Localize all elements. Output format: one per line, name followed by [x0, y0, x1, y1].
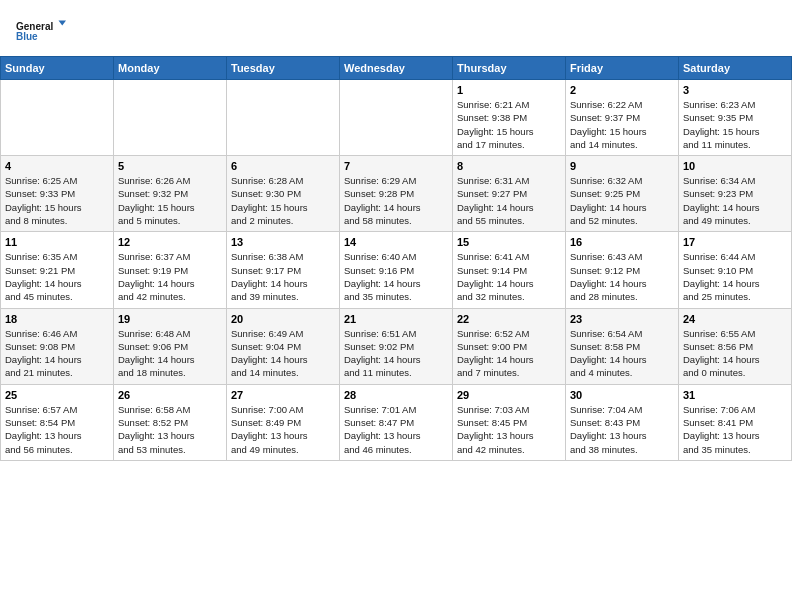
day-number: 3	[683, 84, 787, 96]
day-number: 21	[344, 313, 448, 325]
day-number: 8	[457, 160, 561, 172]
day-info: Sunrise: 6:31 AMSunset: 9:27 PMDaylight:…	[457, 174, 561, 227]
day-number: 18	[5, 313, 109, 325]
day-info: Sunrise: 6:51 AMSunset: 9:02 PMDaylight:…	[344, 327, 448, 380]
day-number: 28	[344, 389, 448, 401]
calendar-cell: 21Sunrise: 6:51 AMSunset: 9:02 PMDayligh…	[340, 308, 453, 384]
calendar-cell: 6Sunrise: 6:28 AMSunset: 9:30 PMDaylight…	[227, 156, 340, 232]
calendar-cell: 24Sunrise: 6:55 AMSunset: 8:56 PMDayligh…	[679, 308, 792, 384]
day-of-week-header: Wednesday	[340, 57, 453, 80]
calendar-cell: 18Sunrise: 6:46 AMSunset: 9:08 PMDayligh…	[1, 308, 114, 384]
calendar-cell: 7Sunrise: 6:29 AMSunset: 9:28 PMDaylight…	[340, 156, 453, 232]
calendar-cell	[340, 80, 453, 156]
day-info: Sunrise: 7:04 AMSunset: 8:43 PMDaylight:…	[570, 403, 674, 456]
day-info: Sunrise: 6:26 AMSunset: 9:32 PMDaylight:…	[118, 174, 222, 227]
day-info: Sunrise: 6:55 AMSunset: 8:56 PMDaylight:…	[683, 327, 787, 380]
calendar-cell: 15Sunrise: 6:41 AMSunset: 9:14 PMDayligh…	[453, 232, 566, 308]
calendar-cell: 29Sunrise: 7:03 AMSunset: 8:45 PMDayligh…	[453, 384, 566, 460]
day-number: 19	[118, 313, 222, 325]
calendar-cell: 22Sunrise: 6:52 AMSunset: 9:00 PMDayligh…	[453, 308, 566, 384]
calendar-cell: 2Sunrise: 6:22 AMSunset: 9:37 PMDaylight…	[566, 80, 679, 156]
day-number: 14	[344, 236, 448, 248]
day-number: 10	[683, 160, 787, 172]
day-number: 7	[344, 160, 448, 172]
svg-marker-2	[59, 20, 67, 25]
day-info: Sunrise: 6:23 AMSunset: 9:35 PMDaylight:…	[683, 98, 787, 151]
day-info: Sunrise: 7:00 AMSunset: 8:49 PMDaylight:…	[231, 403, 335, 456]
day-info: Sunrise: 7:03 AMSunset: 8:45 PMDaylight:…	[457, 403, 561, 456]
day-number: 31	[683, 389, 787, 401]
calendar-cell	[1, 80, 114, 156]
day-number: 12	[118, 236, 222, 248]
calendar-table: SundayMondayTuesdayWednesdayThursdayFrid…	[0, 56, 792, 461]
day-info: Sunrise: 6:41 AMSunset: 9:14 PMDaylight:…	[457, 250, 561, 303]
day-info: Sunrise: 6:22 AMSunset: 9:37 PMDaylight:…	[570, 98, 674, 151]
day-number: 1	[457, 84, 561, 96]
day-info: Sunrise: 6:35 AMSunset: 9:21 PMDaylight:…	[5, 250, 109, 303]
day-info: Sunrise: 6:57 AMSunset: 8:54 PMDaylight:…	[5, 403, 109, 456]
calendar-cell: 3Sunrise: 6:23 AMSunset: 9:35 PMDaylight…	[679, 80, 792, 156]
day-number: 23	[570, 313, 674, 325]
day-number: 22	[457, 313, 561, 325]
logo: General Blue	[16, 12, 66, 50]
day-info: Sunrise: 6:44 AMSunset: 9:10 PMDaylight:…	[683, 250, 787, 303]
calendar-cell: 1Sunrise: 6:21 AMSunset: 9:38 PMDaylight…	[453, 80, 566, 156]
day-info: Sunrise: 6:34 AMSunset: 9:23 PMDaylight:…	[683, 174, 787, 227]
day-info: Sunrise: 6:40 AMSunset: 9:16 PMDaylight:…	[344, 250, 448, 303]
day-number: 30	[570, 389, 674, 401]
day-info: Sunrise: 6:28 AMSunset: 9:30 PMDaylight:…	[231, 174, 335, 227]
calendar-cell: 27Sunrise: 7:00 AMSunset: 8:49 PMDayligh…	[227, 384, 340, 460]
day-number: 13	[231, 236, 335, 248]
calendar-cell	[227, 80, 340, 156]
calendar-cell: 28Sunrise: 7:01 AMSunset: 8:47 PMDayligh…	[340, 384, 453, 460]
day-of-week-header: Tuesday	[227, 57, 340, 80]
day-number: 4	[5, 160, 109, 172]
calendar-cell: 30Sunrise: 7:04 AMSunset: 8:43 PMDayligh…	[566, 384, 679, 460]
calendar-cell	[114, 80, 227, 156]
day-info: Sunrise: 6:48 AMSunset: 9:06 PMDaylight:…	[118, 327, 222, 380]
svg-text:General: General	[16, 21, 53, 32]
day-number: 5	[118, 160, 222, 172]
day-number: 25	[5, 389, 109, 401]
day-info: Sunrise: 6:43 AMSunset: 9:12 PMDaylight:…	[570, 250, 674, 303]
day-info: Sunrise: 6:32 AMSunset: 9:25 PMDaylight:…	[570, 174, 674, 227]
day-number: 16	[570, 236, 674, 248]
day-info: Sunrise: 6:38 AMSunset: 9:17 PMDaylight:…	[231, 250, 335, 303]
day-number: 17	[683, 236, 787, 248]
day-info: Sunrise: 6:37 AMSunset: 9:19 PMDaylight:…	[118, 250, 222, 303]
header: General Blue	[0, 0, 792, 56]
day-info: Sunrise: 6:49 AMSunset: 9:04 PMDaylight:…	[231, 327, 335, 380]
day-number: 24	[683, 313, 787, 325]
day-of-week-header: Friday	[566, 57, 679, 80]
day-info: Sunrise: 6:58 AMSunset: 8:52 PMDaylight:…	[118, 403, 222, 456]
calendar-cell: 13Sunrise: 6:38 AMSunset: 9:17 PMDayligh…	[227, 232, 340, 308]
calendar-cell: 5Sunrise: 6:26 AMSunset: 9:32 PMDaylight…	[114, 156, 227, 232]
day-info: Sunrise: 7:06 AMSunset: 8:41 PMDaylight:…	[683, 403, 787, 456]
day-number: 29	[457, 389, 561, 401]
calendar-cell: 25Sunrise: 6:57 AMSunset: 8:54 PMDayligh…	[1, 384, 114, 460]
day-info: Sunrise: 6:25 AMSunset: 9:33 PMDaylight:…	[5, 174, 109, 227]
day-number: 6	[231, 160, 335, 172]
calendar-cell: 16Sunrise: 6:43 AMSunset: 9:12 PMDayligh…	[566, 232, 679, 308]
calendar-cell: 9Sunrise: 6:32 AMSunset: 9:25 PMDaylight…	[566, 156, 679, 232]
day-of-week-header: Monday	[114, 57, 227, 80]
day-number: 27	[231, 389, 335, 401]
calendar-cell: 4Sunrise: 6:25 AMSunset: 9:33 PMDaylight…	[1, 156, 114, 232]
day-number: 20	[231, 313, 335, 325]
svg-text:Blue: Blue	[16, 31, 38, 42]
day-info: Sunrise: 6:54 AMSunset: 8:58 PMDaylight:…	[570, 327, 674, 380]
calendar-cell: 23Sunrise: 6:54 AMSunset: 8:58 PMDayligh…	[566, 308, 679, 384]
day-info: Sunrise: 6:21 AMSunset: 9:38 PMDaylight:…	[457, 98, 561, 151]
day-number: 9	[570, 160, 674, 172]
day-info: Sunrise: 6:52 AMSunset: 9:00 PMDaylight:…	[457, 327, 561, 380]
calendar-cell: 8Sunrise: 6:31 AMSunset: 9:27 PMDaylight…	[453, 156, 566, 232]
calendar-cell: 20Sunrise: 6:49 AMSunset: 9:04 PMDayligh…	[227, 308, 340, 384]
calendar-cell: 17Sunrise: 6:44 AMSunset: 9:10 PMDayligh…	[679, 232, 792, 308]
day-info: Sunrise: 7:01 AMSunset: 8:47 PMDaylight:…	[344, 403, 448, 456]
calendar-cell: 12Sunrise: 6:37 AMSunset: 9:19 PMDayligh…	[114, 232, 227, 308]
calendar-cell: 10Sunrise: 6:34 AMSunset: 9:23 PMDayligh…	[679, 156, 792, 232]
day-of-week-header: Thursday	[453, 57, 566, 80]
day-number: 2	[570, 84, 674, 96]
calendar-cell: 14Sunrise: 6:40 AMSunset: 9:16 PMDayligh…	[340, 232, 453, 308]
day-info: Sunrise: 6:46 AMSunset: 9:08 PMDaylight:…	[5, 327, 109, 380]
